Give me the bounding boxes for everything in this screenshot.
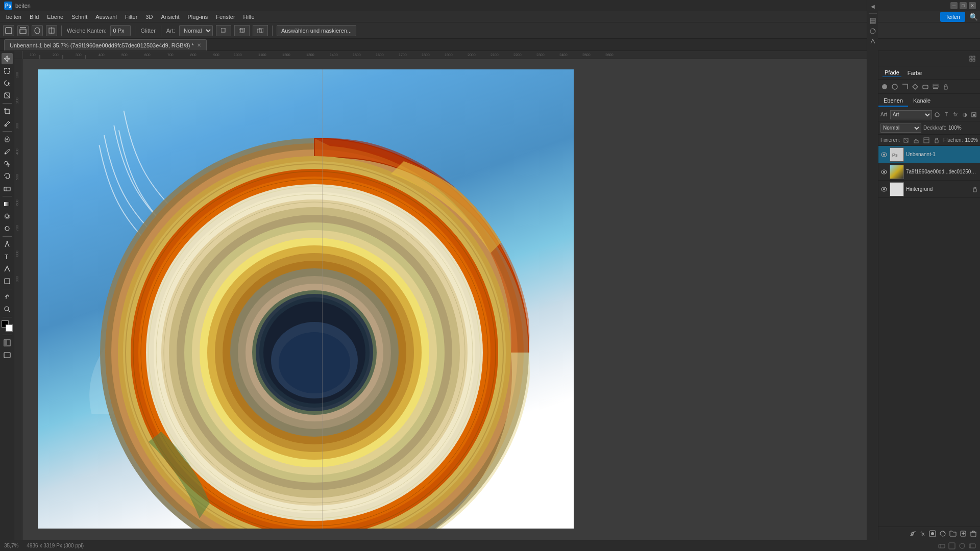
layer-name-image: 7a9f1960ae00dd...dec012503e4d9 (906, 169, 978, 174)
right-panel: Pfade Farbe (878, 51, 980, 540)
search-icon[interactable]: 🔍 (969, 13, 978, 21)
svg-point-119 (882, 84, 887, 89)
add-adjustment-btn[interactable] (938, 529, 947, 538)
quick-mask-toggle[interactable] (2, 337, 13, 348)
minimize-button[interactable]: ─ (950, 2, 958, 9)
screen-mode[interactable] (2, 349, 13, 361)
filter-fx-icon[interactable]: fx (951, 111, 960, 119)
blur-tool[interactable] (2, 211, 13, 222)
maximize-button[interactable]: □ (960, 2, 967, 9)
link-layers-btn[interactable] (908, 529, 917, 538)
layer-item-image[interactable]: 7a9f1960ae00dd...dec012503e4d9 (878, 163, 980, 181)
hand-tool[interactable] (2, 291, 13, 303)
svg-rect-115 (970, 56, 972, 58)
lock-transparent-icon[interactable] (902, 136, 910, 144)
panel-grid-icon[interactable] (967, 53, 978, 64)
add-mask-btn[interactable] (928, 529, 937, 538)
pen-mini-icon[interactable] (869, 37, 877, 45)
document-tab[interactable]: Unbenannt-1 bei 35,7% (7a9f1960ae00dd9fc… (4, 39, 207, 51)
add-style-btn[interactable]: fx (918, 529, 927, 538)
shape-tool[interactable] (2, 276, 13, 287)
panel-arrow-icon[interactable]: ◀ (869, 2, 877, 10)
rounded-rect-icon[interactable] (921, 83, 929, 91)
add-layer-btn[interactable] (959, 529, 968, 538)
gradient-tool[interactable] (2, 198, 13, 210)
menu-plugins[interactable]: Plug-ins (184, 13, 212, 21)
dodge-tool[interactable] (2, 223, 13, 234)
svg-text:2400: 2400 (559, 53, 568, 57)
filter-toggle-icon[interactable] (933, 111, 941, 119)
menu-schrift[interactable]: Schrift (67, 13, 91, 21)
select-rect-tool[interactable] (2, 65, 13, 77)
color-swatches[interactable] (2, 320, 13, 332)
selection-mode-new[interactable] (216, 25, 231, 36)
crop-tool[interactable] (2, 106, 13, 117)
menu-ansicht[interactable]: Ansicht (157, 13, 183, 21)
menu-ebene[interactable]: Ebene (43, 13, 67, 21)
layers-mini-icon[interactable] (869, 17, 877, 25)
ebenen-tab[interactable]: Ebenen (878, 95, 908, 107)
eyedrop-tool[interactable] (2, 118, 13, 129)
filter-type-icon[interactable]: T (942, 111, 950, 119)
paths-tab[interactable]: Pfade (883, 68, 901, 77)
layer-visibility-hintergrund[interactable] (880, 186, 888, 193)
menu-fenster[interactable]: Fenster (212, 13, 239, 21)
circle-outline-icon[interactable] (891, 83, 899, 91)
svg-rect-145 (973, 189, 976, 192)
layer-item-hintergrund[interactable]: Hintergrund (878, 181, 980, 198)
brush-tool[interactable] (2, 146, 13, 157)
eraser-tool[interactable] (2, 183, 13, 194)
color-mini-icon[interactable] (869, 27, 877, 35)
path-select-tool[interactable] (2, 263, 13, 274)
menu-auswahl[interactable]: Auswahl (91, 13, 121, 21)
layer-visibility-unbenannt1[interactable] (880, 151, 888, 158)
share-button[interactable]: Teilen (940, 12, 965, 22)
layer-visibility-image[interactable] (880, 168, 888, 176)
menu-filter[interactable]: Filter (121, 13, 141, 21)
lock-all-icon[interactable] (933, 136, 941, 144)
close-button[interactable]: ✕ (969, 2, 976, 9)
tool-preset-icon[interactable] (3, 25, 14, 36)
lasso-tool[interactable] (2, 78, 13, 89)
filter-select[interactable]: Art Name Effekt (890, 110, 932, 119)
blend-mode-select[interactable]: Normal Multiplizieren Bildschirm Überlag… (880, 123, 921, 133)
object-select-tool[interactable] (2, 90, 13, 101)
circle-shape-icon[interactable] (880, 83, 889, 91)
kanaele-tab[interactable]: Kanäle (908, 95, 936, 107)
lock-artboard-icon[interactable] (922, 136, 930, 144)
pen-tool[interactable] (2, 239, 13, 250)
lock-layer-icon[interactable] (942, 83, 950, 91)
history-brush-tool[interactable] (2, 170, 13, 182)
diamond-shape-icon[interactable] (911, 83, 919, 91)
menu-3d[interactable]: 3D (141, 13, 157, 21)
farbe-tab[interactable]: Farbe (905, 69, 924, 77)
move-tool[interactable] (2, 53, 13, 64)
zoom-tool[interactable] (2, 304, 13, 315)
selection-mode-subtract[interactable] (253, 25, 268, 36)
text-tool[interactable]: T (2, 251, 13, 262)
foreground-color[interactable] (6, 324, 13, 332)
delete-layer-btn[interactable] (969, 529, 978, 538)
refine-edge-icon[interactable] (46, 25, 57, 36)
selection-mode-add[interactable] (234, 25, 250, 36)
canvas-content[interactable] (38, 69, 574, 529)
menu-hilfe[interactable]: Hilfe (239, 13, 259, 21)
menu-label-beiten[interactable]: beiten (15, 3, 31, 9)
spot-heal-tool[interactable] (2, 134, 13, 145)
menu-beiten[interactable]: beiten (2, 13, 26, 21)
weichekanten-input[interactable] (110, 25, 131, 36)
select-shape-icon[interactable] (17, 25, 29, 36)
filter-smart-icon[interactable] (970, 111, 978, 119)
lock-image-icon[interactable] (912, 136, 920, 144)
select-mask-button[interactable]: Auswählen und maskieren... (277, 25, 356, 36)
layer-item-unbenannt1[interactable]: Ps Unbenannt-1 (878, 146, 980, 163)
menu-bild[interactable]: Bild (26, 13, 43, 21)
filter-adjust-icon[interactable]: ◑ (961, 111, 969, 119)
tab-close-icon[interactable]: ✕ (197, 42, 201, 48)
feather-icon[interactable] (32, 25, 43, 36)
art-select[interactable]: Normal Fest (179, 25, 213, 36)
corner-shape-icon[interactable] (901, 83, 909, 91)
layer-icon-btn[interactable] (932, 83, 940, 91)
add-folder-btn[interactable] (948, 529, 958, 538)
clone-tool[interactable] (2, 158, 13, 169)
